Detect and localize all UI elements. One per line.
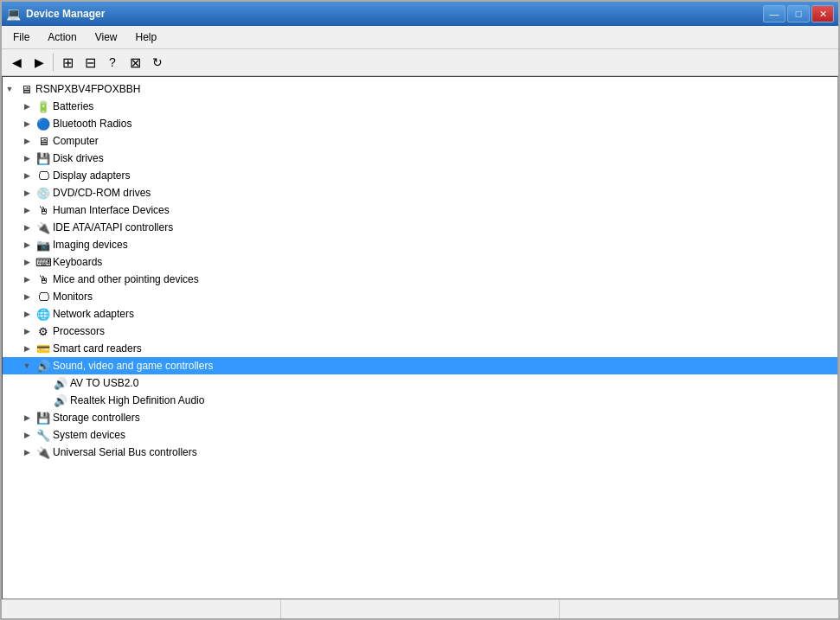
tree-label: Disk drives <box>53 152 104 164</box>
tree-item-keyboards[interactable]: ▶⌨Keyboards <box>3 253 837 271</box>
expand-arrow[interactable]: ▶ <box>20 428 34 442</box>
hid-icon: 🖱 <box>36 203 50 217</box>
tree-label: Human Interface Devices <box>53 204 170 216</box>
status-bar <box>2 599 838 618</box>
expand-arrow[interactable]: ▶ <box>20 169 34 182</box>
tree-label: System devices <box>53 429 125 441</box>
display-icon: 🖵 <box>36 169 50 182</box>
tree-label: AV TO USB2.0 <box>70 377 138 389</box>
expand-arrow[interactable]: ▶ <box>20 134 34 148</box>
device-tree[interactable]: ▼🖥RSNPXBV4FPOXBBH▶🔋Batteries▶🔵Bluetooth … <box>2 76 838 599</box>
toolbar: ◀ ▶ ⊞ ⊟ ? ⊠ ↻ <box>2 49 838 76</box>
toolbar-properties[interactable]: ⊞ <box>57 52 78 73</box>
menu-help[interactable]: Help <box>129 29 164 46</box>
tree-item-batteries[interactable]: ▶🔋Batteries <box>3 98 837 115</box>
tree-label: Realtek High Definition Audio <box>70 394 204 406</box>
expand-arrow[interactable]: ▼ <box>20 359 34 373</box>
tree-item-processors[interactable]: ▶⚙Processors <box>3 323 837 340</box>
smartcard-icon: 💳 <box>36 342 50 355</box>
tree-item-usb[interactable]: ▶🔌Universal Serial Bus controllers <box>3 444 837 461</box>
imaging-icon: 📷 <box>36 238 50 252</box>
expand-arrow[interactable]: ▶ <box>20 99 34 113</box>
tree-item-monitors[interactable]: ▶🖵Monitors <box>3 288 837 305</box>
status-section-3 <box>560 600 838 618</box>
sound-icon: 🔊 <box>36 359 50 373</box>
expand-arrow[interactable]: ▼ <box>3 82 16 96</box>
expand-arrow[interactable]: ▶ <box>20 238 34 252</box>
expand-arrow[interactable]: ▶ <box>20 117 34 131</box>
processor-icon: ⚙ <box>36 324 50 338</box>
tree-label: Display adapters <box>53 169 130 182</box>
toolbar-back[interactable]: ◀ <box>6 52 27 73</box>
title-bar-left: 💻 Device Manager <box>6 7 105 21</box>
expand-arrow[interactable]: ▶ <box>20 290 34 304</box>
audio_device-icon: 🔊 <box>54 376 67 390</box>
system-icon: 🔧 <box>36 428 50 442</box>
expand-arrow[interactable]: ▶ <box>20 324 34 338</box>
tree-label: Computer <box>53 135 99 147</box>
toolbar-forward[interactable]: ▶ <box>29 52 49 73</box>
tree-label: Smart card readers <box>53 342 142 355</box>
toolbar-help[interactable]: ? <box>102 52 123 73</box>
tree-item-system[interactable]: ▶🔧System devices <box>3 426 837 444</box>
status-section-2 <box>281 600 561 618</box>
minimize-button[interactable]: — <box>763 5 785 22</box>
expand-arrow[interactable]: ▶ <box>20 151 34 165</box>
tree-item-ide[interactable]: ▶🔌IDE ATA/ATAPI controllers <box>3 219 837 236</box>
network-icon: 🌐 <box>36 307 50 321</box>
toolbar-scan[interactable]: ↻ <box>147 52 168 73</box>
tree-label: Monitors <box>53 291 93 303</box>
expand-arrow[interactable] <box>37 393 51 407</box>
menu-action[interactable]: Action <box>41 29 83 46</box>
tree-item-network[interactable]: ▶🌐Network adapters <box>3 305 837 323</box>
tree-item-av_usb[interactable]: 🔊AV TO USB2.0 <box>3 374 837 392</box>
tree-label: Imaging devices <box>53 239 128 251</box>
window-icon: 💻 <box>6 7 21 21</box>
tree-item-smartcard[interactable]: ▶💳Smart card readers <box>3 340 837 357</box>
toolbar-uninstall[interactable]: ⊠ <box>125 52 145 73</box>
monitor-icon: 🖵 <box>36 290 50 304</box>
tree-item-sound[interactable]: ▼🔊Sound, video and game controllers <box>3 357 837 374</box>
expand-arrow[interactable]: ▶ <box>20 342 34 355</box>
expand-arrow[interactable]: ▶ <box>20 307 34 321</box>
expand-arrow[interactable]: ▶ <box>20 186 34 200</box>
menu-file[interactable]: File <box>6 29 36 46</box>
tree-item-display[interactable]: ▶🖵Display adapters <box>3 167 837 184</box>
window-title: Device Manager <box>26 8 105 20</box>
expand-arrow[interactable]: ▶ <box>20 272 34 286</box>
maximize-button[interactable]: □ <box>787 5 810 22</box>
tree-item-storage[interactable]: ▶💾Storage controllers <box>3 409 837 426</box>
tree-item-mice[interactable]: ▶🖱Mice and other pointing devices <box>3 271 837 288</box>
expand-arrow[interactable] <box>37 376 51 390</box>
computer-icon: 🖥 <box>19 82 33 96</box>
battery-icon: 🔋 <box>36 99 50 113</box>
tree-item-root[interactable]: ▼🖥RSNPXBV4FPOXBBH <box>3 80 837 98</box>
content-area: ▼🖥RSNPXBV4FPOXBBH▶🔋Batteries▶🔵Bluetooth … <box>2 76 838 599</box>
tree-label: Keyboards <box>53 256 102 268</box>
expand-arrow[interactable]: ▶ <box>20 255 34 269</box>
tree-label: Mice and other pointing devices <box>53 273 199 285</box>
toolbar-sep1 <box>53 54 54 71</box>
tree-item-bluetooth[interactable]: ▶🔵Bluetooth Radios <box>3 115 837 132</box>
menu-view[interactable]: View <box>88 29 125 46</box>
status-section-1 <box>2 600 281 618</box>
usb-icon: 🔌 <box>36 445 50 459</box>
ide-icon: 🔌 <box>36 221 50 234</box>
tree-item-disk[interactable]: ▶💾Disk drives <box>3 150 837 167</box>
title-controls: — □ ✕ <box>763 5 834 22</box>
tree-label: Sound, video and game controllers <box>53 360 213 372</box>
tree-item-dvd[interactable]: ▶💿DVD/CD-ROM drives <box>3 184 837 201</box>
tree-item-realtek[interactable]: 🔊Realtek High Definition Audio <box>3 392 837 409</box>
expand-arrow[interactable]: ▶ <box>20 411 34 425</box>
tree-label: Network adapters <box>53 308 134 320</box>
tree-item-hid[interactable]: ▶🖱Human Interface Devices <box>3 201 837 219</box>
expand-arrow[interactable]: ▶ <box>20 445 34 459</box>
tree-item-imaging[interactable]: ▶📷Imaging devices <box>3 236 837 253</box>
audio_device-icon: 🔊 <box>54 393 67 407</box>
expand-arrow[interactable]: ▶ <box>20 203 34 217</box>
close-button[interactable]: ✕ <box>811 5 834 22</box>
toolbar-update[interactable]: ⊟ <box>80 52 100 73</box>
expand-arrow[interactable]: ▶ <box>20 221 34 234</box>
tree-label: Processors <box>53 325 105 337</box>
tree-item-computer[interactable]: ▶🖥Computer <box>3 132 837 150</box>
